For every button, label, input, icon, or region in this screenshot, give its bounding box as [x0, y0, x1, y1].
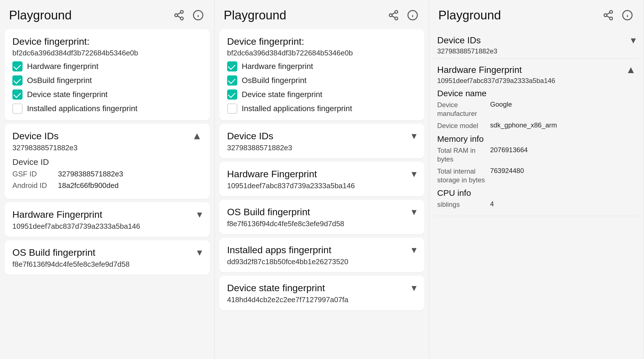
checkbox-label-os-1: OsBuild fingerprint	[27, 76, 92, 85]
panel-3-title: Playground	[438, 8, 596, 22]
svg-line-11	[392, 16, 395, 18]
device-ids-card-1: Device IDs ▲ 32798388571882e3 Device ID …	[5, 124, 210, 199]
info-icon[interactable]	[191, 8, 205, 23]
svg-line-20	[607, 13, 610, 15]
device-ids-header-2[interactable]: Device IDs ▾	[227, 130, 417, 142]
model-row-3: Device model sdk_gphone_x86_arm	[437, 121, 636, 130]
device-state-header-2[interactable]: Device state fingerprint ▾	[227, 282, 417, 294]
siblings-key-3: siblings	[437, 200, 488, 209]
panel-2: Playground Device fingerprint: bf2dc6a39…	[215, 0, 430, 359]
svg-point-17	[604, 14, 607, 17]
panel-3: Playground Device IDs ▾ 32798388571882e3…	[429, 0, 644, 359]
hw-fp-value-1: 10951deef7abc837d739a2333a5ba146	[12, 222, 202, 231]
hw-fp-header-3[interactable]: Hardware Fingerprint ▲	[437, 64, 636, 76]
fingerprint-title-1: Device fingerprint:	[12, 36, 202, 47]
hw-fp-header-1[interactable]: Hardware Fingerprint ▾	[12, 208, 202, 220]
device-ids-header-1[interactable]: Device IDs ▲	[12, 130, 202, 142]
fingerprint-card-1: Device fingerprint: bf2dc6a396d384df3b72…	[5, 29, 210, 120]
manufacturer-val-3: Google	[490, 100, 512, 118]
os-build-title-2: OS Build fingerprint	[227, 207, 310, 217]
siblings-row-3: siblings 4	[437, 200, 636, 209]
checkbox-label-hw-2: Hardware fingerprint	[242, 62, 313, 71]
installed-apps-chevron-2: ▾	[412, 244, 417, 256]
hw-fp-title-3: Hardware Fingerprint	[437, 65, 522, 75]
checkbox-os-1[interactable]	[12, 75, 23, 86]
panel-2-header: Playground	[215, 0, 429, 27]
device-ids-chevron-3: ▾	[631, 34, 636, 46]
info-icon-3[interactable]	[620, 8, 635, 23]
os-build-title-1: OS Build fingerprint	[12, 247, 95, 258]
device-state-value-2: 418hd4d4cb2e2c2ee7f7127997a07fa	[227, 295, 417, 304]
checkbox-os-2[interactable]	[227, 75, 237, 86]
hw-fp-section-3: Hardware Fingerprint ▲ 10951deef7abc837d…	[434, 59, 639, 216]
hw-fp-card-2: Hardware Fingerprint ▾ 10951deef7abc837d…	[219, 162, 425, 196]
hw-fp-value-2: 10951deef7abc837d739a2333a5ba146	[227, 181, 417, 190]
checkbox-ia-2[interactable]	[227, 104, 237, 114]
device-state-chevron-2: ▾	[412, 282, 417, 294]
panel-2-title: Playground	[224, 8, 382, 22]
device-ids-chevron-1: ▲	[192, 130, 202, 142]
device-ids-value-3: 32798388571882e3	[437, 47, 636, 55]
manufacturer-row-3: Device manufacturer Google	[437, 100, 636, 118]
panel-3-content: Device IDs ▾ 32798388571882e3 Hardware F…	[429, 27, 644, 359]
device-state-title-2: Device state fingerprint	[227, 282, 325, 293]
checkbox-row-1-1: OsBuild fingerprint	[12, 75, 202, 86]
model-key-3: Device model	[437, 121, 488, 130]
manufacturer-key-3: Device manufacturer	[437, 100, 488, 118]
checkbox-row-1-3: Installed applications fingerprint	[12, 104, 202, 114]
svg-point-8	[395, 10, 398, 13]
fingerprint-title-2: Device fingerprint:	[227, 36, 417, 47]
os-build-card-1: OS Build fingerprint ▾ f8e7f6136f94dc4fe…	[5, 240, 210, 275]
share-icon-2[interactable]	[386, 8, 401, 23]
device-ids-chevron-2: ▾	[412, 130, 417, 142]
panel-1: Playground Device fingerprint: bf2dc6a39…	[0, 0, 215, 359]
checkbox-hw-1[interactable]	[12, 61, 23, 71]
memory-info-label-3: Memory info	[437, 134, 636, 144]
os-build-header-1[interactable]: OS Build fingerprint ▾	[12, 246, 202, 258]
os-build-chevron-2: ▾	[412, 206, 417, 218]
checkbox-label-hw-1: Hardware fingerprint	[27, 62, 99, 71]
os-build-value-2: f8e7f6136f94dc4fe5fe8c3efe9d7d58	[227, 219, 417, 228]
svg-point-18	[610, 17, 612, 20]
checkbox-row-2-2: Device state fingerprint	[227, 89, 417, 100]
svg-point-0	[180, 10, 183, 13]
installed-apps-value-2: dd93d2f87c18b50fce4bb1e26273520	[227, 257, 417, 266]
device-name-label-3: Device name	[437, 89, 636, 98]
fingerprint-value-2: bf2dc6a396d384df3b722684b5346e0b	[227, 49, 417, 57]
svg-line-4	[177, 13, 180, 15]
svg-point-1	[175, 14, 178, 17]
hw-fp-header-2[interactable]: Hardware Fingerprint ▾	[227, 168, 417, 180]
android-id-key-1: Android ID	[12, 181, 55, 190]
checkbox-ds-1[interactable]	[12, 89, 23, 100]
checkbox-hw-2[interactable]	[227, 61, 237, 71]
svg-line-3	[177, 16, 180, 18]
share-icon-3[interactable]	[601, 8, 616, 23]
device-ids-title-3: Device IDs	[437, 35, 481, 46]
hw-fp-value-3: 10951deef7abc837d739a2333a5ba146	[437, 77, 636, 85]
panel-2-content: Device fingerprint: bf2dc6a396d384df3b72…	[215, 27, 429, 359]
android-id-val-1: 18a2fc66fb900ded	[58, 181, 118, 190]
info-icon-2[interactable]	[405, 8, 420, 23]
panel-1-header: Playground	[0, 0, 214, 27]
device-ids-section-3: Device IDs ▾ 32798388571882e3	[434, 29, 639, 59]
total-ram-row-3: Total RAM in bytes 2076913664	[437, 146, 636, 163]
os-build-header-2[interactable]: OS Build fingerprint ▾	[227, 206, 417, 218]
svg-point-2	[180, 17, 183, 20]
panel-1-title: Playground	[9, 8, 167, 22]
svg-line-19	[607, 16, 610, 18]
android-id-row-1: Android ID 18a2fc66fb900ded	[12, 181, 202, 190]
checkbox-row-2-3: Installed applications fingerprint	[227, 104, 417, 114]
os-build-chevron-1: ▾	[197, 246, 202, 258]
checkbox-ia-1[interactable]	[12, 104, 23, 114]
checkbox-ds-2[interactable]	[227, 89, 237, 100]
device-ids-header-3[interactable]: Device IDs ▾	[437, 34, 636, 46]
hw-fp-title-2: Hardware Fingerprint	[227, 169, 317, 180]
share-icon[interactable]	[172, 8, 186, 23]
installed-apps-header-2[interactable]: Installed apps fingerprint ▾	[227, 244, 417, 256]
svg-line-12	[392, 13, 395, 15]
cpu-info-label-3: CPU info	[437, 188, 636, 198]
device-ids-title-1: Device IDs	[12, 131, 59, 142]
total-storage-key-3: Total internal storage in bytes	[437, 167, 488, 184]
gsf-id-val-1: 32798388571882e3	[58, 170, 123, 178]
os-build-value-1: f8e7f6136f94dc4fe5fe8c3efe9d7d58	[12, 260, 202, 269]
